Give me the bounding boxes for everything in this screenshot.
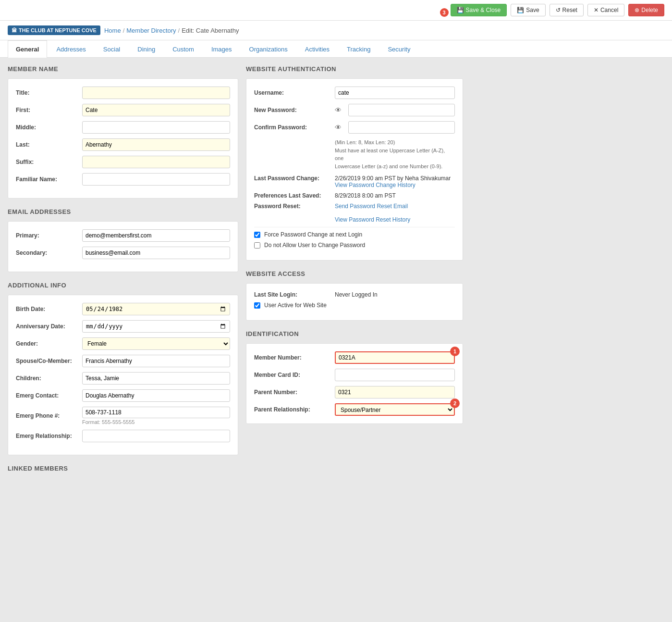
primary-email-label: Primary: [16,232,78,239]
confirm-password-input[interactable] [348,121,455,134]
anniversary-label: Anniversary Date: [16,323,78,330]
last-row: Last: [16,138,230,151]
notification-badge: 3 [440,8,449,17]
tab-images[interactable]: Images [203,40,240,58]
view-password-reset-history-link[interactable]: View Password Reset History [335,216,410,223]
email-addresses-card: Primary: Secondary: [8,221,238,272]
save-button[interactable]: 💾 Save [511,4,545,16]
password-reset-label: Password Reset: [254,203,331,223]
member-number-label: Member Number: [254,354,331,361]
first-input[interactable] [82,104,230,116]
first-label: First: [16,107,78,113]
user-active-checkbox[interactable] [254,302,260,309]
parent-number-row: Parent Number: [254,386,455,398]
member-directory-link[interactable]: Member Directory [126,27,176,34]
parent-relationship-select[interactable]: Spouse/Partner Child Other [335,403,455,416]
member-number-input[interactable] [335,351,455,364]
breadcrumb-current: Edit: Cate Abernathy [182,27,239,34]
suffix-input[interactable] [82,156,230,168]
tab-addresses[interactable]: Addresses [48,40,94,58]
identification-title: IDENTIFICATION [246,330,463,337]
tab-social[interactable]: Social [95,40,128,58]
last-input[interactable] [82,138,230,151]
tab-tracking[interactable]: Tracking [339,40,379,58]
title-row: Title: [16,87,230,99]
emerg-phone-input[interactable] [82,407,230,418]
delete-button[interactable]: ⊗ Delete [628,4,664,16]
member-card-id-row: Member Card ID: [254,369,455,381]
send-password-reset-email-link[interactable]: Send Password Reset Email [335,203,408,210]
birth-date-input[interactable] [82,303,230,315]
emerg-relationship-row: Emerg Relationship: [16,430,230,442]
home-link[interactable]: Home [104,27,121,34]
top-bar: 3 💾 Save & Close 💾 Save ↺ Reset ✕ Cancel… [0,0,672,21]
username-row: Username: [254,87,455,99]
identification-card: Member Number: 1 Member Card ID: Parent … [246,343,463,424]
children-input[interactable] [82,372,230,385]
secondary-email-input[interactable] [82,247,230,259]
tab-custom[interactable]: Custom [164,40,202,58]
member-name-card: Title: First: Middle: Last: Suffix: [8,78,238,199]
primary-email-input[interactable] [82,229,230,242]
tab-activities[interactable]: Activities [297,40,338,58]
main-content: MEMBER NAME Title: First: Middle: Last: [0,58,471,485]
new-password-row: New Password: 👁 [254,104,455,116]
tabs-bar: General Addresses Social Dining Custom I… [0,40,672,58]
username-label: Username: [254,89,331,96]
member-card-id-input[interactable] [335,369,455,381]
cancel-button[interactable]: ✕ Cancel [587,4,624,16]
view-password-change-history-link[interactable]: View Password Change History [335,182,415,188]
prefs-last-saved-row: Preferences Last Saved: 8/29/2018 8:00 a… [254,192,455,199]
last-site-login-label: Last Site Login: [254,291,331,298]
tab-security[interactable]: Security [379,40,418,58]
breadcrumb-sep-2: / [178,27,180,34]
middle-input[interactable] [82,121,230,134]
emerg-relationship-input[interactable] [82,430,230,442]
divider-1 [254,227,455,227]
force-password-change-checkbox[interactable] [254,232,260,238]
suffix-row: Suffix: [16,156,230,168]
website-auth-title: WEBSITE AUTHENTICATION [246,65,463,73]
save-cloud-icon: 💾 [457,7,464,13]
additional-info-title: ADDITIONAL INFO [8,282,238,289]
anniversary-input[interactable] [82,320,230,333]
gender-label: Gender: [16,340,78,347]
prefs-last-saved-label: Preferences Last Saved: [254,192,331,199]
website-auth-card: Username: New Password: 👁 Confirm Passwo… [246,78,463,261]
save-and-close-button[interactable]: 💾 Save & Close [451,4,507,16]
tab-organizations[interactable]: Organizations [241,40,296,58]
emerg-contact-input[interactable] [82,389,230,402]
spouse-label: Spouse/Co-Member: [16,358,78,364]
spouse-input[interactable] [82,355,230,367]
new-password-label: New Password: [254,107,331,113]
last-password-change-value: 2/26/2019 9:00 am PST by Neha Shivakumar… [335,175,455,188]
gender-select[interactable]: Female Male Other Unknown [82,337,230,350]
confirm-password-eye-icon[interactable]: 👁 [335,124,344,131]
do-not-allow-change-checkbox[interactable] [254,242,260,249]
title-input[interactable] [82,87,230,99]
emerg-phone-row: Emerg Phone #: Format: 555-555-5555 [16,407,230,425]
new-password-input[interactable] [348,104,455,116]
badge-2: 2 [450,398,460,408]
primary-email-row: Primary: [16,229,230,242]
tab-dining[interactable]: Dining [129,40,163,58]
parent-number-input[interactable] [335,386,455,398]
familiar-input[interactable] [82,173,230,186]
linked-members-title: LINKED MEMBERS [8,465,238,472]
emerg-contact-row: Emerg Contact: [16,389,230,402]
username-input[interactable] [335,87,455,99]
last-label: Last: [16,141,78,148]
cancel-icon: ✕ [594,7,599,13]
secondary-email-row: Secondary: [16,247,230,259]
email-addresses-title: EMAIL ADDRESSES [8,208,238,215]
suffix-label: Suffix: [16,159,78,165]
member-card-id-label: Member Card ID: [254,372,331,378]
secondary-email-label: Secondary: [16,249,78,256]
anniversary-row: Anniversary Date: [16,320,230,333]
reset-button[interactable]: ↺ Reset [550,4,584,16]
emerg-phone-label: Emerg Phone #: [16,412,78,419]
confirm-password-label: Confirm Password: [254,124,331,131]
parent-number-label: Parent Number: [254,389,331,396]
new-password-eye-icon[interactable]: 👁 [335,106,344,114]
tab-general[interactable]: General [8,40,47,58]
